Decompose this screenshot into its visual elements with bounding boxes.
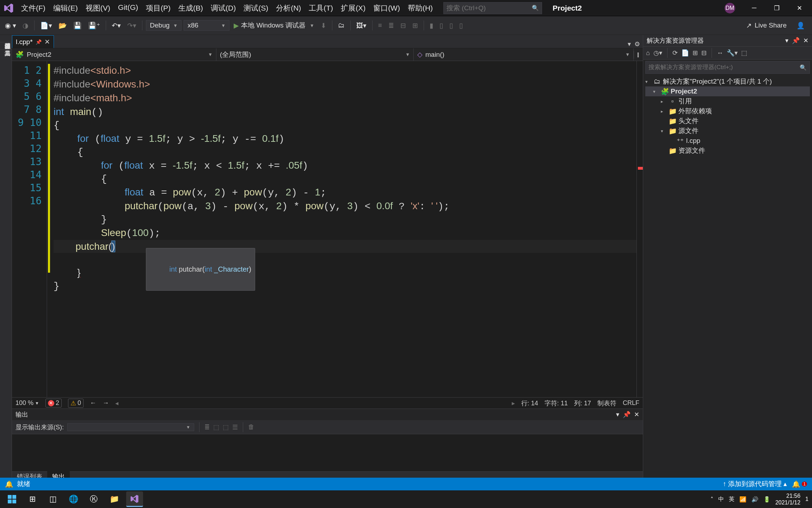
pin-icon[interactable]: 📌 <box>36 39 42 45</box>
comment-button-2[interactable]: ▯ <box>437 20 445 31</box>
output-source-combo[interactable]: ▼ <box>67 423 194 431</box>
server-explorer-tab[interactable]: 服务器资源管理器 <box>0 35 12 42</box>
sol-view-icon[interactable]: ◷▾ <box>653 49 662 57</box>
menu-window[interactable]: 窗口(W) <box>370 2 404 14</box>
indent-mode[interactable]: 制表符 <box>597 399 616 407</box>
ime-lang-1[interactable]: 中 <box>718 496 724 503</box>
menu-analyze[interactable]: 分析(N) <box>272 2 304 14</box>
menu-project[interactable]: 项目(P) <box>142 2 174 14</box>
sol-icon-4[interactable]: ↔ <box>717 49 723 57</box>
live-share-button[interactable]: ↗ Live Share 👤 <box>742 22 809 30</box>
save-button[interactable]: 💾 <box>71 20 84 31</box>
menu-debug[interactable]: 调试(D) <box>207 2 239 14</box>
out-tool-4[interactable]: ☰ <box>232 423 238 431</box>
start-button[interactable] <box>4 491 20 507</box>
save-all-button[interactable]: 💾⁺ <box>86 20 102 31</box>
sol-dropdown-icon[interactable]: ▾ <box>785 37 788 44</box>
quick-search[interactable]: 🔍 <box>443 2 542 14</box>
sol-icon-2[interactable]: ⊞ <box>693 49 698 57</box>
redo-button[interactable]: ↷▾ <box>125 20 139 31</box>
platform-combo[interactable]: x86▼ <box>184 20 229 31</box>
out-tool-3[interactable]: ⬚ <box>223 423 229 431</box>
tray-chevron-icon[interactable]: ˄ <box>710 496 713 503</box>
sol-sync-icon[interactable]: ⟳ <box>672 49 678 57</box>
sol-icon-5[interactable]: ⬚ <box>741 49 747 57</box>
code-editor[interactable]: 1 2 3 4 5 6 7 8 9 10 11 12 13 14 15 16 #… <box>12 61 643 397</box>
file-tab-lcpp[interactable]: l.cpp* 📌 ✕ <box>12 35 54 48</box>
split-editor-button[interactable]: ⫿ <box>634 51 643 59</box>
nav-fwd-icon[interactable]: → <box>103 399 109 407</box>
project-node[interactable]: ▾🧩Project2 <box>645 86 810 96</box>
nav-back-icon[interactable]: ← <box>90 399 96 407</box>
sol-close-icon[interactable]: ✕ <box>803 37 808 44</box>
menu-view[interactable]: 视图(V) <box>82 2 114 14</box>
eol-mode[interactable]: CRLF <box>623 399 639 407</box>
sol-wrench-icon[interactable]: 🔧▾ <box>727 49 738 57</box>
out-tool-2[interactable]: ⬚ <box>213 423 219 431</box>
battery-icon[interactable]: 🔋 <box>763 496 770 503</box>
output-body[interactable] <box>12 434 643 471</box>
source-files-node[interactable]: ▾📁源文件 <box>645 126 810 136</box>
taskview-button[interactable]: ⊞ <box>24 491 41 507</box>
external-deps-node[interactable]: ▸📁外部依赖项 <box>645 106 810 116</box>
menu-help[interactable]: 帮助(H) <box>404 2 436 14</box>
comment-button-4[interactable]: ▯ <box>457 20 465 31</box>
scope-global[interactable]: (全局范围)▼ <box>216 48 414 61</box>
sol-icon-3[interactable]: ⊟ <box>701 49 707 57</box>
menu-test[interactable]: 测试(S) <box>240 2 272 14</box>
indent-button-2[interactable]: ≣ <box>386 20 396 31</box>
overview-ruler[interactable] <box>636 61 643 397</box>
volume-icon[interactable]: 🔊 <box>751 496 758 503</box>
sol-home-icon[interactable]: ⌂ <box>646 49 650 57</box>
menu-extensions[interactable]: 扩展(X) <box>337 2 369 14</box>
menu-git[interactable]: Git(G) <box>115 2 142 14</box>
forward-nav-button[interactable]: ◑ <box>20 20 31 31</box>
widgets-button[interactable]: ◫ <box>44 491 61 507</box>
solution-root[interactable]: ▾🗂解决方案"Project2"(1 个项目/共 1 个) <box>645 77 810 86</box>
solution-tree[interactable]: ▾🗂解决方案"Project2"(1 个项目/共 1 个) ▾🧩Project2… <box>643 75 812 483</box>
maximize-button[interactable]: ❐ <box>766 1 787 15</box>
edge-icon[interactable]: 🌐 <box>65 491 82 507</box>
menu-edit[interactable]: 编辑(E) <box>50 2 81 14</box>
notification-center-icon[interactable]: 1 <box>805 496 808 502</box>
tab-overflow-icon[interactable]: ▾ <box>628 40 631 48</box>
run-debug-button[interactable]: ▶本地 Windows 调试器▼ <box>232 19 316 31</box>
search-input[interactable] <box>447 4 532 12</box>
comment-button-3[interactable]: ▯ <box>447 20 455 31</box>
out-tool-1[interactable]: ≣ <box>204 423 210 431</box>
attach-button[interactable]: ⬇ <box>319 20 328 31</box>
user-avatar[interactable]: DM <box>725 3 735 13</box>
feedback-icon[interactable]: 👤 <box>796 22 805 30</box>
error-count[interactable]: ✕2 <box>45 399 62 407</box>
indent-button-1[interactable]: ≡ <box>376 20 384 31</box>
toolbox-button-2[interactable]: 🖼▾ <box>354 20 369 31</box>
open-button[interactable]: 📂 <box>56 20 69 31</box>
explorer-icon[interactable]: 📁 <box>106 491 123 507</box>
hscroll-right-icon[interactable]: ▸ <box>512 399 515 407</box>
config-combo[interactable]: Debug▼ <box>146 20 182 31</box>
sol-icon-1[interactable]: 📄 <box>681 49 689 57</box>
wifi-icon[interactable]: 📶 <box>739 496 746 503</box>
solution-search[interactable]: 🔍 <box>645 61 810 74</box>
undo-button[interactable]: ↶▾ <box>110 20 123 31</box>
indent-button-3[interactable]: ⊟ <box>398 20 408 31</box>
hscroll-left-icon[interactable]: ◂ <box>115 399 118 407</box>
close-tab-icon[interactable]: ✕ <box>44 38 50 46</box>
resource-files-node[interactable]: 📁资源文件 <box>645 146 810 156</box>
menu-tools[interactable]: 工具(T) <box>305 2 337 14</box>
indent-button-4[interactable]: ⊞ <box>410 20 420 31</box>
notification-bell[interactable]: 🔔1 <box>792 480 807 488</box>
new-item-button[interactable]: 📄▾ <box>38 20 54 31</box>
headers-node[interactable]: 📁头文件 <box>645 116 810 126</box>
app-icon-k[interactable]: Ⓚ <box>85 491 102 507</box>
error-marker[interactable] <box>638 167 643 170</box>
back-nav-button[interactable]: ◉ ▾ <box>3 20 18 31</box>
code-content[interactable]: #include<stdio.h> #include<Windows.h> #i… <box>51 61 636 397</box>
taskbar-clock[interactable]: 21:56 2021/1/12 <box>775 492 800 506</box>
sol-pin-icon[interactable]: 📌 <box>792 37 800 44</box>
output-close-icon[interactable]: ✕ <box>634 411 639 418</box>
minimize-button[interactable]: ─ <box>744 1 765 15</box>
close-window-button[interactable]: ✕ <box>789 1 810 15</box>
add-to-source-control[interactable]: ↑ 添加到源代码管理 ▴ <box>723 479 787 489</box>
menu-file[interactable]: 文件(F) <box>18 2 49 14</box>
